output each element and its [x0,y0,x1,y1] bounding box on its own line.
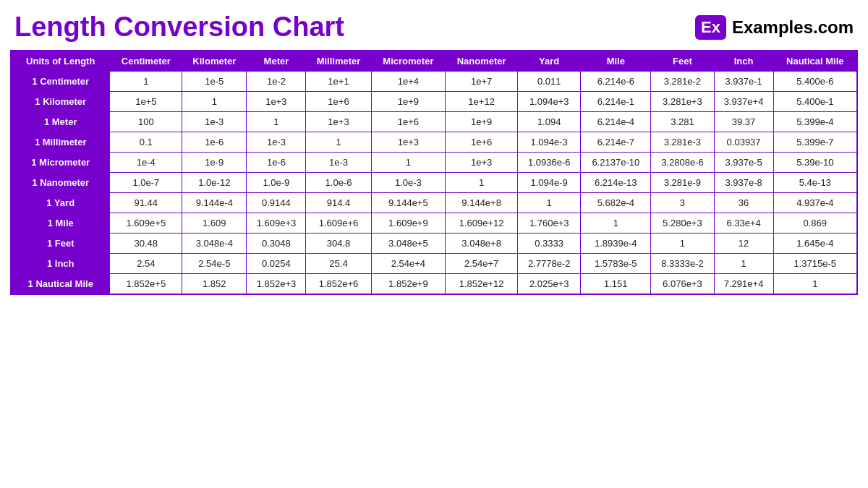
cell-0-5: 1e+7 [446,72,518,92]
cell-9-3: 25.4 [306,254,371,274]
row-label-7: 1 Mile [11,213,110,234]
row-label-3: 1 Millimeter [11,132,110,153]
cell-0-2: 1e-2 [247,72,306,92]
cell-2-0: 100 [110,112,182,132]
cell-0-3: 1e+1 [306,72,371,92]
page-header: Length Conversion Chart Ex Examples.com [0,0,868,50]
cell-3-6: 1.094e-3 [518,132,581,153]
table-row: 1 Feet30.483.048e-40.3048304.83.048e+53.… [11,234,857,254]
cell-4-10: 5.39e-10 [773,153,857,173]
cell-9-6: 2.7778e-2 [518,254,581,274]
cell-0-6: 0.011 [518,72,581,92]
cell-7-8: 5.280e+3 [651,213,714,234]
cell-4-9: 3.937e-5 [714,153,773,173]
cell-1-9: 3.937e+4 [714,92,773,112]
cell-2-4: 1e+6 [371,112,446,132]
col-header-4: Millimeter [306,51,371,72]
cell-2-9: 39.37 [714,112,773,132]
col-header-9: Feet [651,51,714,72]
col-header-5: Micrometer [371,51,446,72]
row-label-2: 1 Meter [11,112,110,132]
cell-6-9: 36 [714,193,773,213]
logo-box: Ex [695,15,726,40]
cell-7-2: 1.609e+3 [247,213,306,234]
cell-3-1: 1e-6 [182,132,247,153]
cell-6-8: 3 [651,193,714,213]
cell-9-1: 2.54e-5 [182,254,247,274]
cell-4-4: 1 [371,153,446,173]
cell-3-0: 0.1 [110,132,182,153]
cell-7-4: 1.609e+9 [371,213,446,234]
cell-10-2: 1.852e+3 [247,274,306,295]
table-body: 1 Centimeter11e-51e-21e+11e+41e+70.0116.… [11,72,857,295]
cell-10-3: 1.852e+6 [306,274,371,295]
cell-4-8: 3.2808e-6 [651,153,714,173]
cell-2-5: 1e+9 [446,112,518,132]
cell-3-9: 0.03937 [714,132,773,153]
cell-6-3: 914.4 [306,193,371,213]
cell-5-5: 1 [446,173,518,193]
page-title: Length Conversion Chart [14,12,344,43]
table-wrapper: Units of LengthCentimeterKilometerMeterM… [0,50,868,305]
cell-5-2: 1.0e-9 [247,173,306,193]
table-row: 1 Mile1.609e+51.6091.609e+31.609e+61.609… [11,213,857,234]
cell-2-8: 3.281 [651,112,714,132]
table-row: 1 Kilometer1e+511e+31e+61e+91e+121.094e+… [11,92,857,112]
cell-6-2: 0.9144 [247,193,306,213]
cell-10-7: 1.151 [581,274,651,295]
cell-8-6: 0.3333 [518,234,581,254]
cell-0-8: 3.281e-2 [651,72,714,92]
cell-7-9: 6.33e+4 [714,213,773,234]
cell-9-2: 0.0254 [247,254,306,274]
cell-0-4: 1e+4 [371,72,446,92]
cell-6-6: 1 [518,193,581,213]
cell-3-3: 1 [306,132,371,153]
cell-4-5: 1e+3 [446,153,518,173]
cell-1-5: 1e+12 [446,92,518,112]
col-header-6: Nanometer [446,51,518,72]
cell-8-8: 1 [651,234,714,254]
cell-7-10: 0.869 [773,213,857,234]
cell-4-3: 1e-3 [306,153,371,173]
cell-8-3: 304.8 [306,234,371,254]
table-row: 1 Nautical Mile1.852e+51.8521.852e+31.85… [11,274,857,295]
cell-4-1: 1e-9 [182,153,247,173]
table-row: 1 Nanometer1.0e-71.0e-121.0e-91.0e-61.0e… [11,173,857,193]
table-row: 1 Inch2.542.54e-50.025425.42.54e+42.54e+… [11,254,857,274]
cell-8-10: 1.645e-4 [773,234,857,254]
cell-2-10: 5.399e-4 [773,112,857,132]
col-header-7: Yard [518,51,581,72]
cell-1-4: 1e+9 [371,92,446,112]
row-label-8: 1 Feet [11,234,110,254]
col-header-1: Centimeter [110,51,182,72]
cell-7-1: 1.609 [182,213,247,234]
cell-5-0: 1.0e-7 [110,173,182,193]
cell-5-7: 6.214e-13 [581,173,651,193]
cell-6-4: 9.144e+5 [371,193,446,213]
cell-4-6: 1.0936e-6 [518,153,581,173]
cell-8-7: 1.8939e-4 [581,234,651,254]
cell-0-0: 1 [110,72,182,92]
cell-10-9: 7.291e+4 [714,274,773,295]
cell-9-8: 8.3333e-2 [651,254,714,274]
cell-10-1: 1.852 [182,274,247,295]
cell-2-2: 1 [247,112,306,132]
cell-1-0: 1e+5 [110,92,182,112]
row-label-1: 1 Kilometer [11,92,110,112]
cell-6-5: 9.144e+8 [446,193,518,213]
cell-6-0: 91.44 [110,193,182,213]
row-label-5: 1 Nanometer [11,173,110,193]
cell-3-4: 1e+3 [371,132,446,153]
cell-5-6: 1.094e-9 [518,173,581,193]
cell-1-7: 6.214e-1 [581,92,651,112]
cell-7-5: 1.609e+12 [446,213,518,234]
cell-10-5: 1.852e+12 [446,274,518,295]
cell-3-7: 6.214e-7 [581,132,651,153]
cell-9-5: 2.54e+7 [446,254,518,274]
cell-8-5: 3.048e+8 [446,234,518,254]
table-row: 1 Millimeter0.11e-61e-311e+31e+61.094e-3… [11,132,857,153]
cell-7-0: 1.609e+5 [110,213,182,234]
cell-4-0: 1e-4 [110,153,182,173]
cell-8-0: 30.48 [110,234,182,254]
cell-4-7: 6.2137e-10 [581,153,651,173]
